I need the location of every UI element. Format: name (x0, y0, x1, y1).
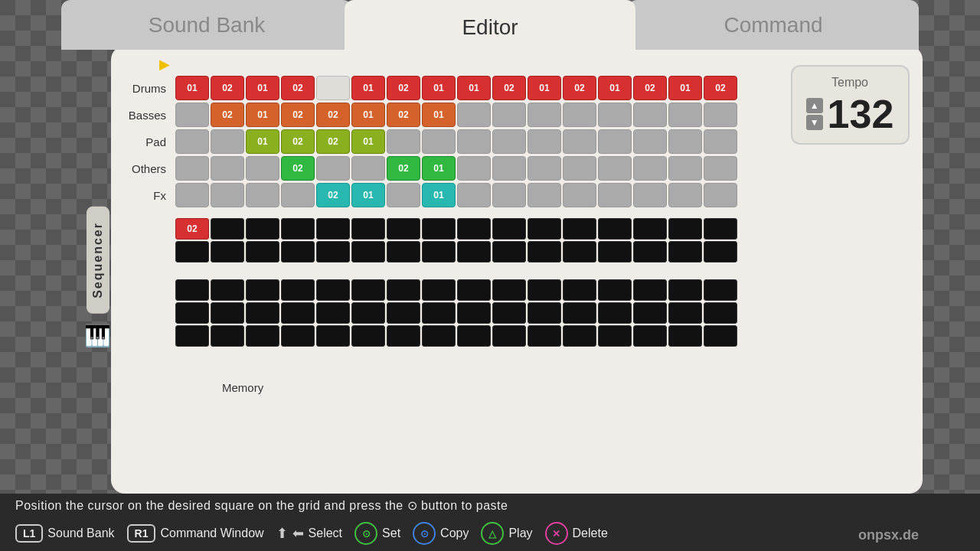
cell[interactable] (633, 156, 667, 181)
cell[interactable] (563, 183, 596, 207)
cell[interactable]: 01 (528, 76, 561, 100)
cell[interactable] (175, 183, 209, 207)
cell[interactable] (246, 156, 279, 181)
memory-cell[interactable] (211, 218, 244, 240)
cell[interactable]: 02 (281, 76, 315, 100)
cell[interactable]: 02 (704, 76, 737, 100)
cell[interactable] (457, 183, 491, 207)
memory-cell[interactable] (422, 218, 456, 240)
memory-cell[interactable] (598, 302, 632, 324)
memory-cell[interactable] (457, 241, 491, 262)
memory-cell[interactable] (563, 302, 596, 324)
memory-cell[interactable] (633, 325, 667, 347)
memory-cell[interactable] (457, 325, 491, 347)
memory-cell[interactable] (563, 218, 596, 240)
cell[interactable] (175, 103, 209, 127)
cell[interactable] (598, 156, 632, 181)
memory-cell[interactable] (457, 279, 491, 301)
play-button[interactable]: △ (481, 522, 504, 545)
memory-cell[interactable] (316, 302, 350, 324)
cell[interactable]: 01 (175, 76, 209, 100)
memory-cell[interactable] (528, 218, 561, 240)
memory-cell[interactable] (316, 241, 350, 262)
cell[interactable]: 01 (351, 103, 385, 127)
memory-cell[interactable] (175, 325, 209, 347)
cell[interactable] (528, 156, 561, 181)
memory-cell[interactable] (281, 302, 315, 324)
memory-cell[interactable] (704, 325, 737, 347)
cell[interactable]: 01 (598, 76, 632, 100)
memory-cell[interactable] (246, 279, 279, 301)
memory-cell[interactable] (492, 218, 526, 240)
memory-cell[interactable] (422, 302, 456, 324)
cell[interactable] (563, 103, 596, 127)
cell[interactable]: 02 (316, 183, 350, 207)
cell[interactable] (704, 129, 737, 154)
memory-cell[interactable] (211, 302, 244, 324)
memory-cell[interactable] (387, 241, 420, 262)
memory-cell[interactable] (633, 279, 667, 301)
memory-cell[interactable] (211, 279, 244, 301)
cell[interactable] (422, 129, 456, 154)
memory-cell[interactable] (422, 241, 456, 262)
cell[interactable]: 01 (351, 183, 385, 207)
memory-cell[interactable] (422, 279, 456, 301)
memory-cell[interactable] (387, 325, 420, 347)
cell[interactable] (528, 103, 561, 127)
memory-cell[interactable] (492, 302, 526, 324)
memory-cell[interactable] (633, 302, 667, 324)
cell[interactable] (457, 103, 491, 127)
memory-cell[interactable] (316, 279, 350, 301)
cell[interactable] (704, 103, 737, 127)
memory-cell[interactable] (175, 241, 209, 262)
memory-cell[interactable] (281, 218, 315, 240)
memory-cell[interactable] (528, 302, 561, 324)
tab-command[interactable]: Command (628, 0, 919, 50)
cell[interactable] (457, 156, 491, 181)
cell[interactable]: 01 (668, 76, 702, 100)
tab-editor[interactable]: Editor (345, 0, 635, 55)
cell[interactable] (598, 103, 632, 127)
cell[interactable]: 02 (563, 76, 596, 100)
cell[interactable]: 01 (457, 76, 491, 100)
memory-cell[interactable] (351, 325, 385, 347)
memory-cell[interactable] (281, 241, 315, 262)
memory-cell[interactable] (246, 218, 279, 240)
memory-cell[interactable] (528, 279, 561, 301)
memory-cell[interactable] (246, 241, 279, 262)
cell[interactable] (175, 129, 209, 154)
cell[interactable] (633, 183, 667, 207)
cell[interactable]: 02 (211, 76, 244, 100)
cell[interactable] (668, 183, 702, 207)
memory-cell[interactable] (175, 279, 209, 301)
copy-button[interactable]: ⊙ (413, 522, 436, 545)
cell[interactable] (492, 183, 526, 207)
memory-cell[interactable] (387, 218, 420, 240)
memory-cell[interactable] (704, 302, 737, 324)
cell[interactable]: 02 (211, 103, 244, 127)
cell[interactable]: 01 (422, 183, 456, 207)
memory-cell[interactable] (598, 325, 632, 347)
set-button[interactable]: ⊙ (354, 522, 377, 545)
cell[interactable] (246, 183, 279, 207)
cell[interactable]: 02 (633, 76, 667, 100)
memory-cell[interactable] (492, 325, 526, 347)
memory-cell[interactable] (598, 218, 632, 240)
memory-cell[interactable] (528, 241, 561, 262)
memory-cell[interactable] (281, 279, 315, 301)
cell[interactable]: 01 (351, 129, 385, 154)
tempo-down-button[interactable]: ▼ (806, 115, 823, 130)
cell[interactable]: 02 (281, 129, 315, 154)
cell[interactable] (528, 129, 561, 154)
cell[interactable] (668, 103, 702, 127)
cell[interactable]: 02 (387, 156, 420, 181)
cell[interactable] (211, 156, 244, 181)
memory-cell[interactable] (704, 279, 737, 301)
memory-cell[interactable] (704, 218, 737, 240)
memory-cell[interactable] (351, 302, 385, 324)
r1-key[interactable]: R1 (127, 524, 156, 543)
cell[interactable] (316, 76, 350, 100)
cell[interactable] (598, 183, 632, 207)
memory-cell[interactable] (492, 241, 526, 262)
memory-cell[interactable] (668, 218, 702, 240)
